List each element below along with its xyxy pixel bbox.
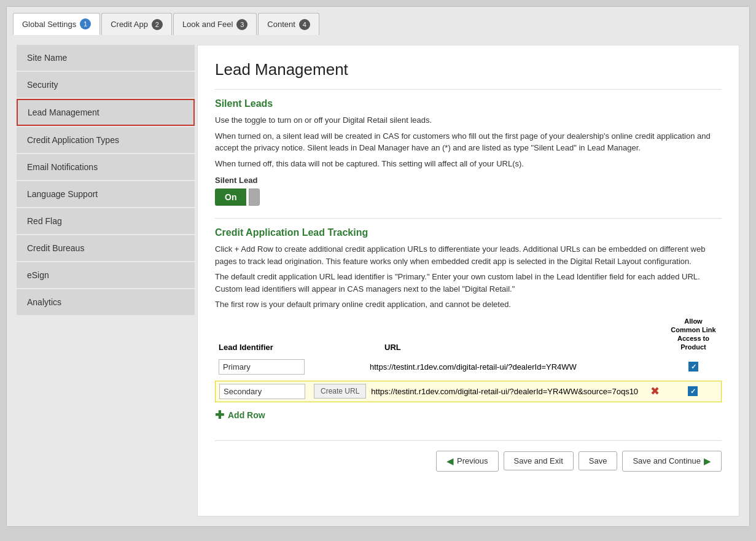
save-continue-label: Save and Continue	[633, 456, 701, 465]
content-panel: Lead Management Silent Leads Use the tog…	[197, 45, 739, 516]
table-row-0: https://testint.r1dev.com/digital-retail…	[215, 357, 722, 377]
save-button[interactable]: Save	[579, 451, 618, 470]
tab-content[interactable]: Content 4	[258, 13, 319, 35]
sidebar-item-lead-management[interactable]: Lead Management	[17, 99, 195, 126]
sidebar-item-credit-bureaus[interactable]: Credit Bureaus	[17, 235, 195, 261]
save-exit-button[interactable]: Save and Exit	[504, 451, 574, 470]
tab-badge-3: 4	[299, 19, 310, 30]
silent-leads-heading: Silent Leads	[215, 98, 722, 109]
silent-leads-desc3: When turned off, this data will not be c…	[215, 158, 722, 170]
sidebar: Site NameSecurityLead ManagementCredit A…	[17, 45, 195, 516]
sidebar-item-label-3: Credit Application Types	[27, 135, 119, 145]
tab-global-settings[interactable]: Global Settings 1	[13, 13, 100, 35]
sidebar-item-label-9: Analytics	[27, 297, 61, 307]
toggle-track	[249, 189, 260, 206]
sidebar-item-label-4: Email Notifications	[27, 162, 98, 172]
tracking-desc2: The default credit application URL lead …	[215, 271, 722, 295]
sidebar-item-label-8: eSign	[27, 270, 49, 280]
tabs-bar: Global Settings 1Credit App 2Look and Fe…	[7, 7, 749, 35]
tab-label-0: Global Settings	[22, 20, 76, 29]
sidebar-item-analytics[interactable]: Analytics	[17, 289, 195, 315]
col-lead-id-header: Lead Identifier	[219, 343, 311, 352]
sidebar-item-red-flag[interactable]: Red Flag	[17, 208, 195, 234]
tab-credit-app[interactable]: Credit App 2	[101, 13, 172, 35]
sidebar-item-label-1: Security	[27, 80, 58, 90]
tab-badge-0: 1	[80, 18, 91, 29]
sidebar-item-label-6: Red Flag	[27, 216, 62, 226]
previous-button[interactable]: ◀ Previous	[436, 451, 499, 472]
sidebar-item-label-5: Language Support	[27, 189, 98, 199]
add-row-label: Add Row	[228, 410, 265, 420]
main-area: Site NameSecurityLead ManagementCredit A…	[7, 35, 749, 526]
sidebar-item-language-support[interactable]: Language Support	[17, 181, 195, 207]
save-label: Save	[589, 456, 607, 465]
sidebar-item-email-notifications[interactable]: Email Notifications	[17, 154, 195, 180]
footer-bar: ◀ Previous Save and Exit Save Save and C…	[215, 440, 722, 474]
delete-icon-1[interactable]: ✖	[650, 384, 660, 398]
save-exit-label: Save and Exit	[514, 456, 563, 465]
create-url-button-1[interactable]: Create URL	[314, 384, 366, 399]
sidebar-item-esign[interactable]: eSign	[17, 262, 195, 288]
tracking-desc3: The first row is your default primary on…	[215, 298, 722, 311]
toggle-wrapper: On	[215, 189, 722, 206]
col-allow-header: Allow Common Link Access to Product	[669, 317, 718, 352]
silent-leads-desc2: When turned on, a silent lead will be cr…	[215, 130, 722, 154]
lead-id-input-0[interactable]	[219, 359, 305, 375]
toggle-label: Silent Lead	[215, 176, 722, 185]
sidebar-item-label-2: Lead Management	[28, 107, 99, 117]
save-continue-button[interactable]: Save and Continue ▶	[622, 451, 722, 472]
sidebar-item-label-7: Credit Bureaus	[27, 243, 84, 253]
tab-look-and-feel[interactable]: Look and Feel 3	[173, 13, 257, 35]
tab-badge-1: 2	[152, 19, 163, 30]
credit-app-tracking-heading: Credit Application Lead Tracking	[215, 227, 722, 238]
save-continue-icon: ▶	[704, 456, 711, 467]
add-row-button[interactable]: ✚ Add Row	[215, 408, 265, 422]
sidebar-item-security[interactable]: Security	[17, 72, 195, 98]
sidebar-item-label-0: Site Name	[27, 53, 67, 63]
table-row-1: Create URL https://testint.r1dev.com/dig…	[215, 381, 722, 402]
tab-label-2: Look and Feel	[182, 20, 233, 29]
lead-tracking-table: Lead Identifier URL Allow Common Link Ac…	[215, 317, 722, 422]
sidebar-item-credit-application-types[interactable]: Credit Application Types	[17, 127, 195, 153]
sidebar-item-site-name[interactable]: Site Name	[17, 45, 195, 71]
col-url-header: URL	[378, 343, 669, 352]
tab-label-1: Credit App	[111, 20, 148, 29]
allow-access-checkbox-1[interactable]	[688, 386, 698, 396]
tab-badge-2: 3	[236, 19, 247, 30]
previous-label: Previous	[457, 456, 488, 465]
lead-id-input-1[interactable]	[219, 384, 305, 399]
url-text-1: https://testint.r1dev.com/digital-retail…	[371, 387, 642, 396]
tracking-desc1: Click + Add Row to create additional cre…	[215, 243, 722, 267]
silent-leads-desc1: Use the toggle to turn on or off your Di…	[215, 114, 722, 126]
tab-label-3: Content	[267, 20, 295, 29]
previous-icon: ◀	[446, 456, 454, 467]
silent-lead-toggle[interactable]: On	[215, 189, 246, 206]
add-row-icon: ✚	[215, 408, 224, 422]
table-rows-container: https://testint.r1dev.com/digital-retail…	[215, 357, 722, 402]
table-header-row: Lead Identifier URL Allow Common Link Ac…	[215, 317, 722, 352]
page-title: Lead Management	[215, 60, 722, 79]
url-text-0: https://testint.r1dev.com/digital-retail…	[364, 362, 641, 372]
allow-access-checkbox-0[interactable]	[688, 362, 698, 372]
